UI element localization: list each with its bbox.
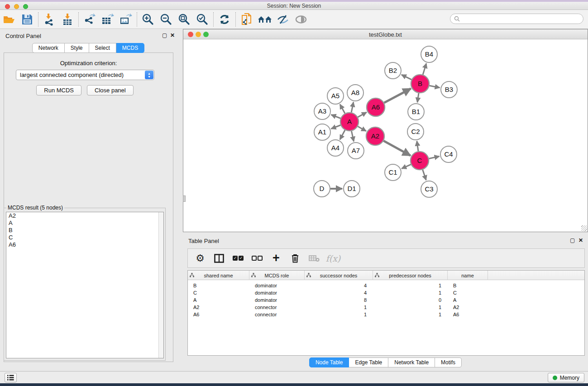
graph-node-B[interactable]: B: [411, 75, 429, 93]
tab-node-table[interactable]: Node Table: [309, 357, 349, 367]
edge-C-C4[interactable]: [429, 156, 440, 158]
delete-table-icon[interactable]: [306, 252, 322, 265]
edge-B-B4[interactable]: [423, 63, 426, 75]
column-header-name[interactable]: name: [448, 271, 488, 280]
mcds-result-item[interactable]: A6: [6, 241, 163, 248]
tab-motifs[interactable]: Motifs: [435, 357, 462, 367]
close-panel-button[interactable]: Close panel: [87, 85, 134, 95]
import-network-button[interactable]: [40, 12, 58, 27]
edge-C-C1[interactable]: [402, 164, 411, 168]
export-table-button[interactable]: [99, 12, 117, 27]
task-history-button[interactable]: [5, 373, 17, 382]
graph-node-A[interactable]: A: [340, 113, 359, 131]
tab-edge-table[interactable]: Edge Table: [349, 357, 388, 367]
edge-A-A4[interactable]: [340, 130, 345, 140]
mcds-result-list[interactable]: A2ABCA6: [6, 212, 164, 358]
tab-network-table[interactable]: Network Table: [388, 357, 435, 367]
float-table-panel-icon[interactable]: ▢: [570, 238, 575, 243]
clone-network-button[interactable]: [238, 12, 256, 27]
edge-B-B3[interactable]: [430, 86, 440, 88]
edge-A-A2[interactable]: [358, 126, 366, 131]
column-header-predecessor-nodes[interactable]: predecessor nodes: [373, 271, 448, 280]
graph-node-D1[interactable]: D1: [344, 181, 360, 197]
edge-C-C2[interactable]: [417, 141, 418, 151]
table-row[interactable]: A6connector11A6: [188, 311, 585, 318]
show-hide-button[interactable]: [274, 12, 292, 27]
mcds-result-item[interactable]: C: [6, 234, 163, 241]
memory-button[interactable]: Memory: [548, 373, 584, 382]
zoom-selected-button[interactable]: [193, 12, 211, 27]
table-row[interactable]: A2connector11A2: [188, 304, 585, 311]
zoom-out-button[interactable]: [157, 12, 175, 27]
graph-node-C4[interactable]: C4: [440, 146, 457, 162]
run-mcds-button[interactable]: Run MCDS: [36, 85, 81, 95]
edge-A-A8[interactable]: [351, 102, 354, 113]
zoom-fit-button[interactable]: [175, 12, 193, 27]
tab-style[interactable]: Style: [65, 43, 89, 53]
first-neighbors-button[interactable]: [256, 12, 274, 27]
mcds-result-item[interactable]: B: [6, 227, 163, 234]
edge-B-B1[interactable]: [417, 93, 419, 102]
table-row[interactable]: Adominator80A: [188, 296, 585, 304]
export-network-button[interactable]: [81, 12, 99, 27]
graph-node-A2[interactable]: A2: [366, 127, 384, 145]
edge-A-A5[interactable]: [340, 104, 345, 113]
table-row[interactable]: Bdominator41B: [188, 282, 585, 289]
function-builder-icon[interactable]: f(x): [325, 252, 341, 265]
select-all-checkboxes-icon[interactable]: ✓✓: [230, 252, 246, 265]
eye-button[interactable]: [292, 12, 310, 27]
graph-node-B4[interactable]: B4: [421, 46, 437, 62]
graph-node-A4[interactable]: A4: [327, 140, 344, 156]
column-header-MCDS-role[interactable]: MCDS role: [249, 271, 305, 280]
graph-node-B1[interactable]: B1: [408, 104, 424, 120]
tab-select[interactable]: Select: [89, 43, 116, 53]
graph-node-C2[interactable]: C2: [407, 124, 424, 140]
scrollbar-track[interactable]: [158, 212, 163, 358]
window-resize-grip[interactable]: [581, 225, 587, 231]
zoom-in-button[interactable]: [139, 12, 157, 27]
graph-node-B3[interactable]: B3: [441, 81, 457, 98]
edge-A-A6[interactable]: [358, 112, 366, 117]
graph-node-B2[interactable]: B2: [385, 62, 401, 79]
gear-icon[interactable]: ⚙: [192, 252, 208, 265]
graph-node-A1[interactable]: A1: [314, 124, 330, 140]
float-panel-icon[interactable]: ▢: [162, 33, 167, 38]
edge-A-A7[interactable]: [351, 131, 354, 142]
mcds-result-item[interactable]: A: [6, 219, 163, 227]
edge-A2-C[interactable]: [383, 141, 410, 156]
edge-A6-B[interactable]: [384, 89, 411, 103]
graph-node-A5[interactable]: A5: [327, 88, 344, 104]
tab-network[interactable]: Network: [32, 43, 65, 53]
delete-column-icon[interactable]: [287, 252, 303, 265]
graph-node-D[interactable]: D: [314, 181, 330, 197]
edge-C-C3[interactable]: [423, 170, 426, 180]
criterion-dropdown[interactable]: largest connected component (directed) ▲…: [16, 70, 154, 80]
close-panel-icon[interactable]: ✕: [170, 33, 175, 38]
refresh-button[interactable]: [215, 12, 234, 27]
network-window-titlebar[interactable]: testGlobe.txt: [183, 29, 588, 39]
graph-node-A6[interactable]: A6: [367, 98, 385, 116]
close-table-panel-icon[interactable]: ✕: [578, 238, 583, 243]
window-west-resize-handle[interactable]: [183, 195, 186, 202]
network-graph[interactable]: B4B2BB3A5A8A6A3B1AA1C2A2A4A7C4CC1C3DD1: [184, 39, 587, 231]
edge-A-A1[interactable]: [331, 125, 341, 129]
export-image-button[interactable]: [117, 12, 135, 27]
search-field[interactable]: [450, 14, 583, 24]
graph-node-C[interactable]: C: [411, 152, 429, 170]
import-table-button[interactable]: [58, 12, 76, 27]
table-row[interactable]: Cdominator41C: [188, 289, 585, 296]
search-input[interactable]: [460, 15, 583, 23]
add-column-icon[interactable]: +: [268, 252, 284, 265]
graph-node-A3[interactable]: A3: [314, 103, 330, 119]
network-canvas[interactable]: B4B2BB3A5A8A6A3B1AA1C2A2A4A7C4CC1C3DD1: [184, 39, 587, 231]
open-file-button[interactable]: [0, 12, 18, 27]
edge-A-A3[interactable]: [331, 115, 341, 119]
graph-node-A8[interactable]: A8: [347, 85, 363, 101]
graph-node-A7[interactable]: A7: [348, 143, 364, 159]
column-header-shared-name[interactable]: shared name: [188, 271, 249, 280]
edge-B-B2[interactable]: [402, 75, 411, 80]
tab-mcds[interactable]: MCDS: [116, 43, 144, 53]
save-session-button[interactable]: [18, 12, 36, 27]
mcds-result-item[interactable]: A2: [6, 212, 163, 219]
graph-node-C3[interactable]: C3: [421, 181, 437, 197]
